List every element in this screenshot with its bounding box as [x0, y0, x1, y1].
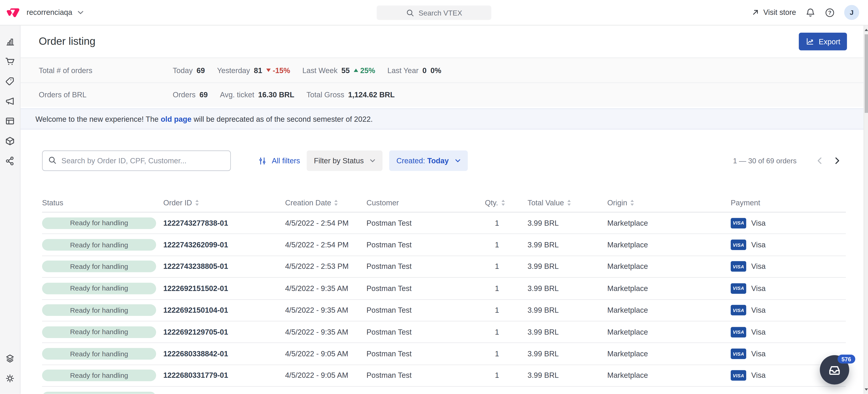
origin: Marketplace: [607, 328, 731, 336]
quantity: 1: [485, 328, 528, 336]
table-row-partial[interactable]: Ready for handling: [42, 387, 846, 394]
column-header-status: Status: [42, 199, 163, 207]
payment-label: Visa: [751, 241, 766, 249]
filter-by-status-dropdown[interactable]: Filter by Status: [307, 151, 382, 171]
customer: Postman Test: [366, 371, 485, 380]
origin: Marketplace: [607, 241, 731, 249]
scrollbar-up-arrow[interactable]: [865, 29, 868, 31]
metric-yesterday: Yesterday 81 -15%: [217, 66, 290, 74]
status-badge: Ready for handling: [42, 304, 156, 316]
quantity: 1: [485, 371, 528, 380]
payment-label: Visa: [751, 219, 766, 227]
sidebar-item-analytics[interactable]: [0, 32, 20, 52]
payment: VISAVisa: [731, 239, 846, 250]
chart-line-icon: [805, 37, 814, 46]
column-header-total-value[interactable]: Total Value: [527, 199, 607, 207]
creation-date: 4/5/2022 - 9:05 AM: [285, 350, 366, 358]
created-filter-dropdown[interactable]: Created: Today: [389, 151, 468, 171]
scrollbar-thumb[interactable]: [865, 34, 868, 113]
payment: VISAVisa: [731, 218, 846, 228]
sidebar-item-apps-layers[interactable]: [0, 349, 20, 369]
global-search[interactable]: Search VTEX: [377, 5, 491, 20]
sort-icon: [567, 200, 571, 205]
sidebar-item-orders[interactable]: [0, 52, 20, 71]
sort-icon: [630, 200, 634, 205]
status-badge: Ready for handling: [42, 370, 156, 382]
visa-icon: VISA: [731, 349, 746, 359]
origin: Marketplace: [607, 306, 731, 314]
table-row[interactable]: Ready for handling 1222743262099-01 4/5/…: [42, 234, 846, 256]
scrollbar-down-arrow[interactable]: [865, 389, 868, 391]
table-row[interactable]: Ready for handling 1222743238805-01 4/5/…: [42, 256, 846, 278]
pagination-range: 1 — 30 of 69 orders: [733, 157, 797, 165]
pagination-prev-button[interactable]: [810, 157, 828, 164]
metric-avg-ticket: Avg. ticket 16.30 BRL: [220, 91, 294, 99]
table-row[interactable]: Ready for handling 1222680331779-01 4/5/…: [42, 365, 846, 387]
column-header-qty[interactable]: Qty.: [485, 199, 528, 207]
table-row[interactable]: Ready for handling 1222743277838-01 4/5/…: [42, 212, 846, 234]
column-header-creation-date[interactable]: Creation Date: [285, 199, 366, 207]
sidebar-item-settings-gear[interactable]: [0, 369, 20, 389]
sidebar-item-storefront-layout[interactable]: [0, 111, 20, 131]
orders-search-input[interactable]: [42, 151, 231, 171]
status-badge: Ready for handling: [42, 239, 156, 251]
triangle-down-icon: [266, 68, 270, 72]
table-row[interactable]: Ready for handling 1222680338842-01 4/5/…: [42, 343, 846, 365]
customer: Postman Test: [366, 241, 485, 249]
stats-row-orders-brl: Orders of BRL Orders 69 Avg. ticket 16.3…: [21, 83, 864, 107]
visa-icon: VISA: [731, 370, 746, 381]
table-row[interactable]: Ready for handling 1222692150104-01 4/5/…: [42, 300, 846, 321]
table-header-row: Status Order ID Creation Date Customer Q…: [42, 194, 846, 212]
quantity: 1: [485, 306, 528, 314]
column-header-order-id[interactable]: Order ID: [163, 199, 285, 207]
main-content: Order listing Export Total # of orders T…: [21, 25, 864, 394]
metric-orders: Orders 69: [173, 91, 208, 99]
all-filters-button[interactable]: All filters: [258, 156, 300, 165]
payment-label: Visa: [751, 306, 766, 314]
account-switcher[interactable]: recorrenciaqa: [27, 8, 83, 17]
user-avatar[interactable]: J: [844, 5, 859, 20]
column-header-origin[interactable]: Origin: [607, 199, 731, 207]
origin: Marketplace: [607, 219, 731, 227]
status-badge: Ready for handling: [42, 283, 156, 294]
order-id: 1222692150104-01: [163, 306, 285, 314]
page-header: Order listing Export: [21, 25, 864, 57]
notifications-bell-icon[interactable]: [805, 7, 815, 18]
visit-store-button[interactable]: Visit store: [751, 8, 796, 17]
total-value: 3.99 BRL: [527, 241, 607, 249]
chevron-down-icon: [370, 159, 375, 163]
order-id: 1222743238805-01: [163, 262, 285, 271]
total-value: 3.99 BRL: [527, 328, 607, 336]
payment-label: Visa: [751, 350, 766, 358]
delta-down: -15%: [266, 66, 290, 74]
export-button[interactable]: Export: [799, 33, 847, 51]
customer: Postman Test: [366, 350, 485, 358]
brand: recorrenciaqa: [0, 7, 84, 18]
pagination-next-button[interactable]: [828, 157, 846, 164]
quantity: 1: [485, 219, 528, 227]
stats-row-label: Total # of orders: [39, 66, 173, 74]
creation-date: 4/5/2022 - 9:35 AM: [285, 306, 366, 314]
status-badge: Ready for handling: [42, 261, 156, 272]
old-page-link[interactable]: old page: [161, 115, 191, 123]
status-badge: Ready for handling: [42, 392, 156, 394]
sidebar-item-products-tag[interactable]: [0, 71, 20, 91]
total-value: 3.99 BRL: [527, 284, 607, 293]
sort-icon: [195, 200, 198, 205]
total-value: 3.99 BRL: [527, 371, 607, 380]
customer: Postman Test: [366, 219, 485, 227]
sliders-filter-icon: [258, 156, 267, 165]
sidebar-item-marketing-megaphone[interactable]: [0, 91, 20, 111]
svg-text:?: ?: [828, 9, 831, 15]
sidebar-item-logistics-cube[interactable]: [0, 131, 20, 151]
table-row[interactable]: Ready for handling 1222692151502-01 4/5/…: [42, 278, 846, 299]
origin: Marketplace: [607, 262, 731, 271]
sidebar-item-integrations-share[interactable]: [0, 151, 20, 171]
table-row[interactable]: Ready for handling 1222692129705-01 4/5/…: [42, 321, 846, 343]
vtex-logo-icon: [7, 7, 20, 18]
customer: Postman Test: [366, 262, 485, 271]
visa-icon: VISA: [731, 305, 746, 316]
payment: VISAVisa: [731, 261, 846, 272]
help-icon[interactable]: ?: [825, 7, 835, 18]
visit-store-label: Visit store: [763, 8, 796, 17]
